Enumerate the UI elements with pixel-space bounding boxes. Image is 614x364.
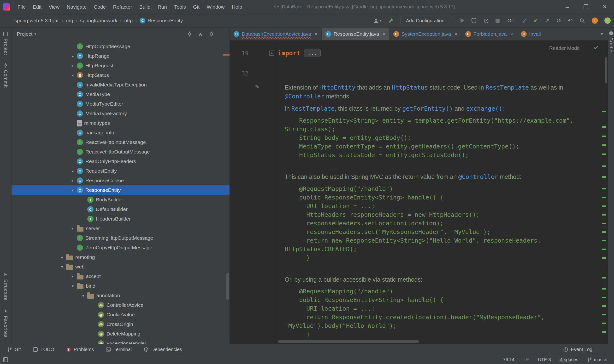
stop-icon[interactable] (496, 19, 500, 23)
tree-item-package-info[interactable]: Cpackage-info (12, 128, 230, 137)
minimize-button[interactable]: – (558, 0, 577, 14)
close-icon[interactable]: × (383, 31, 385, 37)
menu-item-help[interactable]: Help (228, 4, 246, 10)
tree-item-crossorigin[interactable]: @CrossOrigin (12, 319, 230, 329)
hide-panel-icon[interactable] (220, 31, 225, 37)
project-panel-title[interactable]: Project (17, 31, 32, 37)
analysis-mark[interactable] (602, 197, 606, 198)
menu-item-view[interactable]: View (45, 4, 63, 10)
stripe-button-commit[interactable]: Commit (3, 59, 8, 92)
tree-item-headersbuilder[interactable]: IHeadersBuilder (12, 214, 230, 224)
maximize-button[interactable]: ❐ (577, 0, 595, 14)
analysis-mark[interactable] (602, 136, 606, 137)
stripe-button-favorites[interactable]: ★Favorites (3, 305, 8, 341)
profiler-icon[interactable] (483, 18, 489, 24)
tree-item-server[interactable]: ▸server (12, 224, 230, 233)
analysis-mark[interactable] (602, 323, 606, 324)
doc-link[interactable]: getForEntity() (402, 105, 453, 112)
analysis-mark[interactable] (602, 314, 606, 315)
tab-systemexception-java[interactable]: CSystemException.java× (390, 27, 461, 40)
doc-link[interactable]: @Controller (458, 173, 498, 180)
tree-item-reactivehttpinputmessage[interactable]: IReactiveHttpInputMessage (12, 137, 230, 147)
add-configuration-button[interactable]: Add Configuration... (401, 16, 454, 25)
menu-item-edit[interactable]: Edit (29, 4, 45, 10)
analysis-mark[interactable] (602, 176, 606, 178)
hidden-tabs-chevron-icon[interactable]: ▾ (600, 31, 608, 37)
tree-item-responsecookie[interactable]: ▸CResponseCookie (12, 176, 230, 185)
tool-windows-toggle-icon[interactable] (3, 357, 8, 362)
breadcrumb-item-responseentity[interactable]: ResponseEntity (148, 18, 183, 24)
edit-mode-pencil-icon[interactable]: ✎ (255, 83, 259, 91)
close-icon[interactable]: × (455, 31, 457, 37)
tree-item-zerocopyhttpoutputmessage[interactable]: IZeroCopyHttpOutputMessage (12, 243, 230, 252)
breadcrumb-item-org[interactable]: org (66, 18, 73, 24)
toolwindow-button-dependencies[interactable]: Dependencies (144, 347, 182, 352)
editor-vscrollbar-thumb[interactable] (605, 57, 607, 84)
tree-item-readonlyhttpheaders[interactable]: CReadOnlyHttpHeaders (12, 157, 230, 166)
collapsed-arrow-icon[interactable]: ▸ (69, 64, 77, 68)
collapsed-arrow-icon[interactable]: ▸ (69, 178, 77, 183)
encoding-widget[interactable]: UTF-8 (538, 357, 551, 362)
toolwindow-button-event-log[interactable]: Event Log (563, 347, 592, 352)
search-everywhere-icon[interactable] (579, 18, 585, 24)
breadcrumb-item-springframework[interactable]: springframework (80, 18, 117, 24)
analysis-mark[interactable] (602, 188, 606, 189)
analysis-mark[interactable] (602, 166, 606, 167)
toolwindow-button-git[interactable]: Git (7, 347, 21, 352)
doc-link[interactable]: RestTemplate (292, 105, 335, 112)
breadcrumb-item-http[interactable]: http (124, 18, 133, 24)
expanded-arrow-icon[interactable]: ▾ (58, 265, 66, 269)
tab-invali[interactable]: CInvali (517, 27, 545, 40)
stripe-button-gradle[interactable]: Gradle (609, 27, 614, 56)
analysis-mark[interactable] (602, 144, 606, 146)
tree-item-web[interactable]: ▾web (12, 262, 230, 272)
close-icon[interactable]: × (510, 31, 513, 37)
analysis-mark[interactable] (602, 111, 606, 112)
expanded-arrow-icon[interactable]: ▾ (69, 188, 77, 193)
doc-link[interactable]: HttpStatus (392, 84, 428, 91)
tree-item-invalidmediatypeexception[interactable]: CInvalidMediaTypeException (12, 80, 230, 90)
tree-item-annotation[interactable]: ▾annotation (12, 291, 230, 300)
git-commit-icon[interactable]: ✔ (533, 18, 538, 24)
fold-indicator-icon[interactable]: + (269, 51, 274, 56)
tree-item-bind[interactable]: ▾bind (12, 281, 230, 291)
analysis-mark[interactable] (602, 231, 606, 233)
tree-item-httpstatus[interactable]: ▸EHttpStatus (12, 70, 230, 80)
collapse-all-icon[interactable] (198, 31, 203, 37)
expanded-arrow-icon[interactable]: ▾ (79, 293, 87, 298)
tree-item-httprange[interactable]: ▸CHttpRange (12, 51, 230, 61)
tree-item-exceptionhandler[interactable]: @ExceptionHandler (12, 339, 230, 344)
inspections-ok-icon[interactable] (593, 44, 599, 52)
git-rollback-icon[interactable]: ↶ (568, 18, 573, 24)
tree-item-mediatypeeditor[interactable]: CMediaTypeEditor (12, 99, 230, 109)
analysis-mark[interactable] (602, 277, 606, 278)
tree-item-streaminghttpoutputmessage[interactable]: IStreamingHttpOutputMessage (12, 233, 230, 243)
tree-item-responseentity[interactable]: ▾CResponseEntity (12, 185, 230, 195)
line-separator-widget[interactable]: LF (524, 357, 529, 362)
profile-icon[interactable]: ▾ (373, 17, 382, 24)
collapsed-arrow-icon[interactable]: ▸ (69, 169, 77, 173)
analysis-mark[interactable] (602, 126, 606, 128)
caret-position-widget[interactable]: 79:14 (503, 357, 515, 362)
tree-item-reactivehttpoutputmessage[interactable]: IReactiveHttpOutputMessage (12, 147, 230, 157)
editor-hscrollbar-thumb[interactable] (278, 340, 419, 343)
tree-item-mediatype[interactable]: CMediaType (12, 90, 230, 99)
folded-imports-badge[interactable]: ... (304, 49, 321, 57)
git-branch-widget[interactable]: master (587, 357, 608, 362)
menu-item-window[interactable]: Window (203, 4, 228, 10)
menu-item-build[interactable]: Build (136, 4, 154, 10)
collapsed-arrow-icon[interactable]: ▸ (58, 255, 66, 260)
doc-link[interactable]: RestTemplate (486, 84, 529, 91)
tab-forbidden-java[interactable]: CForbidden.java× (461, 27, 517, 40)
tree-item-controlleradvice[interactable]: @ControllerAdvice (12, 300, 230, 310)
analysis-mark[interactable] (602, 223, 606, 224)
menu-item-navigate[interactable]: Navigate (63, 4, 90, 10)
tree-item-deletemapping[interactable]: @DeleteMapping (12, 329, 230, 339)
breadcrumb-item-spring-web-5-3-1-jar[interactable]: spring-web-5.3.1.jar (14, 18, 59, 24)
locate-file-icon[interactable] (187, 31, 192, 37)
analysis-mark[interactable] (602, 248, 606, 250)
tab-databasirexceptionadvice-java[interactable]: CDatabasirExceptionAdvice.java× (230, 27, 322, 40)
close-icon[interactable]: × (315, 31, 318, 37)
editor[interactable]: 19 32 ✎ + import... Extension of HttpEnt… (230, 40, 608, 344)
ide-update-icon[interactable]: ↑ (592, 17, 598, 24)
